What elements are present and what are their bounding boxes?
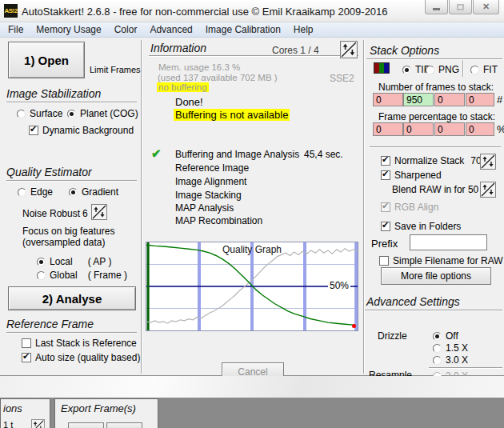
percent-input-1[interactable] xyxy=(373,122,403,136)
cancel-button[interactable]: Cancel xyxy=(222,362,284,376)
blend-raw-label: Blend RAW in for 50 % xyxy=(392,184,490,195)
divider xyxy=(366,58,502,59)
focus-hint-line2: (oversampled data) xyxy=(22,237,105,248)
drizzle-off-label: Off xyxy=(446,330,458,342)
radio-icon xyxy=(402,66,411,74)
radio-planet-cog[interactable]: Planet (COG) xyxy=(67,108,138,119)
drizzle-30x-label: 3.0 X xyxy=(446,354,468,366)
radio-surface[interactable]: Surface xyxy=(17,108,62,119)
open-button[interactable]: 1) Open xyxy=(8,42,85,78)
radio-gradient-label: Gradient xyxy=(82,186,118,198)
close-button[interactable]: ✕ xyxy=(473,0,499,14)
frames-input-1[interactable] xyxy=(373,93,403,106)
radio-global-frame[interactable]: Global ( Frame ) xyxy=(37,270,127,281)
checkbox-normalize-stack[interactable]: Normalize Stack 70% xyxy=(381,155,490,166)
frames-input-4[interactable] xyxy=(466,93,494,106)
checkbox-icon xyxy=(381,156,390,166)
radio-gradient[interactable]: Gradient xyxy=(69,186,118,198)
step-map-analysis: MAP Analysis xyxy=(175,202,234,214)
radio-icon xyxy=(17,110,26,118)
app-icon: AS!2 xyxy=(4,4,18,18)
radio-icon xyxy=(426,66,434,74)
save-in-folders-label: Save in Folders xyxy=(394,221,461,232)
checkbox-icon xyxy=(29,126,38,135)
menu-advanced[interactable]: Advanced xyxy=(150,24,192,35)
normalize-stepper[interactable] xyxy=(480,154,496,170)
window-controls: ✕ xyxy=(424,0,499,14)
frames-input-3[interactable] xyxy=(434,93,465,106)
menu-memory-usage[interactable]: Memory Usage xyxy=(36,24,101,35)
noise-robust-stepper[interactable] xyxy=(91,204,107,220)
desktop-strip xyxy=(0,376,504,398)
export-button-2[interactable] xyxy=(106,422,142,428)
checkbox-icon xyxy=(381,202,390,212)
rgb-align-label: RGB Align xyxy=(394,202,438,213)
minimize-button[interactable] xyxy=(425,0,448,14)
radio-local-ap[interactable]: Local ( AP ) xyxy=(37,256,111,267)
checkbox-dynamic-background[interactable]: Dynamic Background xyxy=(29,125,134,136)
maximize-button[interactable] xyxy=(449,0,472,14)
checkbox-sharpened[interactable]: Sharpened xyxy=(381,170,442,181)
checkbox-save-in-folders[interactable]: Save in Folders xyxy=(381,221,461,232)
menu-bar: File Memory Usage Color Advanced Image C… xyxy=(0,22,504,38)
format-png-label: PNG xyxy=(438,64,459,75)
partial-left-panel: ions 1 t xyxy=(0,398,50,428)
radio-format-png[interactable]: PNG xyxy=(426,64,459,75)
menu-help[interactable]: Help xyxy=(294,24,314,35)
rgb-channels-icon xyxy=(374,62,390,74)
fifty-percent-label: 50% xyxy=(328,280,350,291)
screen: AS!2 AutoStakkert! 2.6.8 - free for non-… xyxy=(0,0,504,428)
radio-drizzle-off[interactable]: Off xyxy=(433,330,458,342)
radio-edge[interactable]: Edge xyxy=(18,186,53,198)
analyse-button[interactable]: 2) Analyse xyxy=(8,286,136,310)
radio-format-fit[interactable]: FIT xyxy=(470,64,498,75)
simple-filename-label: Simple Filename for RAW xyxy=(393,255,503,266)
memory-usage-line1: Mem. usage 16.3 % xyxy=(158,62,240,72)
radio-planet-label: Planet (COG) xyxy=(80,108,138,119)
checkbox-simple-filename[interactable]: Simple Filename for RAW xyxy=(379,255,503,266)
partial-stepper[interactable] xyxy=(31,419,45,428)
radio-icon xyxy=(433,356,442,365)
partial-text-fragment: 1 t xyxy=(3,420,13,428)
checkbox-icon xyxy=(22,338,31,348)
frames-to-stack-label: Number of frames to stack: xyxy=(378,82,494,93)
reference-frame-heading: Reference Frame xyxy=(6,318,94,330)
panel-divider xyxy=(141,40,142,374)
menu-image-calibration[interactable]: Image Calibration xyxy=(206,24,281,35)
cores-stepper[interactable] xyxy=(340,41,358,58)
step-image-stacking: Image Stacking xyxy=(175,190,242,201)
radio-icon xyxy=(69,188,78,197)
more-file-options-button[interactable]: More file options xyxy=(381,267,491,285)
radio-drizzle-30x[interactable]: 3.0 X xyxy=(433,354,468,366)
analyse-button-label: 2) Analyse xyxy=(42,292,102,306)
frames-input-2[interactable] xyxy=(403,93,434,106)
checkbox-auto-size[interactable]: Auto size (quality based) xyxy=(22,352,140,363)
menu-color[interactable]: Color xyxy=(114,24,138,35)
percent-input-4[interactable] xyxy=(466,122,494,136)
dynamic-background-label: Dynamic Background xyxy=(42,125,134,136)
checkbox-last-stack-reference[interactable]: Last Stack is Reference xyxy=(22,338,137,349)
divider xyxy=(365,310,502,310)
blend-stepper[interactable] xyxy=(480,182,496,198)
end-point-dot xyxy=(352,324,356,328)
image-stabilization-heading: Image Stabilization xyxy=(6,87,101,100)
menu-file[interactable]: File xyxy=(8,24,23,35)
divider xyxy=(429,367,502,368)
blue-stripe xyxy=(384,63,389,73)
more-file-options-label: More file options xyxy=(401,270,471,282)
drizzle-15x-label: 1.5 X xyxy=(446,342,468,354)
sharpened-label: Sharpened xyxy=(394,170,442,181)
quality-graph-canvas xyxy=(146,242,358,330)
format-fit-label: FIT xyxy=(483,64,498,75)
radio-icon xyxy=(37,258,46,266)
format-divider xyxy=(462,60,464,77)
focus-hint-line1: Focus on big features xyxy=(22,226,114,237)
export-button-1[interactable] xyxy=(68,422,104,428)
prefix-input[interactable] xyxy=(410,234,487,250)
radio-drizzle-15x[interactable]: 1.5 X xyxy=(433,342,468,354)
step-time: 45,4 sec. xyxy=(304,149,343,160)
divider xyxy=(6,102,137,102)
percent-input-3[interactable] xyxy=(434,122,465,136)
radio-global-label: Global xyxy=(50,270,78,281)
percent-input-2[interactable] xyxy=(403,122,434,136)
